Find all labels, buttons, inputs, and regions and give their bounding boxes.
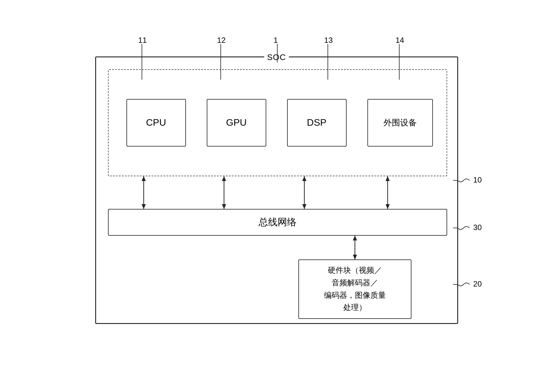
ref-1: 1	[274, 36, 278, 45]
hw-box: 硬件块（视频／音频解码器／编码器，图像质量处理）	[298, 259, 411, 319]
svg-marker-11	[386, 176, 390, 181]
dashed-box: CPU GPU DSP 外围设备	[108, 69, 447, 176]
soc-label: SOC	[264, 53, 289, 62]
svg-marker-1	[142, 204, 146, 209]
gpu-label: GPU	[226, 117, 247, 128]
cpu-label: CPU	[146, 117, 166, 128]
svg-marker-14	[353, 236, 357, 240]
gpu-box: GPU	[207, 99, 266, 147]
svg-marker-7	[302, 204, 306, 209]
dsp-box: DSP	[287, 99, 347, 147]
peripheral-box: 外围设备	[367, 99, 433, 147]
bus-box: 总线网络	[108, 209, 447, 236]
bus-label: 总线网络	[259, 216, 297, 229]
hw-label: 硬件块（视频／音频解码器／编码器，图像质量处理）	[324, 264, 386, 314]
cpu-box: CPU	[126, 99, 186, 147]
svg-marker-4	[222, 204, 226, 209]
svg-marker-8	[302, 176, 306, 181]
diagram-container: 11 12 1 13 14 SOC CPU GPU DSP 外围设备	[71, 33, 488, 360]
peripheral-label: 外围设备	[383, 117, 417, 128]
ref-10: 10	[453, 175, 482, 185]
outer-box: SOC CPU GPU DSP 外围设备 总线网络 硬件块	[95, 56, 458, 324]
svg-marker-2	[142, 176, 146, 181]
ref-20: 20	[453, 279, 482, 289]
svg-marker-10	[386, 204, 390, 209]
ref-12: 12	[217, 36, 226, 45]
ref-11: 11	[138, 36, 147, 45]
svg-marker-5	[222, 176, 226, 181]
ref-13: 13	[324, 36, 333, 45]
ref-30: 30	[453, 223, 482, 232]
svg-marker-13	[353, 255, 357, 259]
ref-14: 14	[396, 36, 404, 45]
dsp-label: DSP	[307, 117, 327, 128]
